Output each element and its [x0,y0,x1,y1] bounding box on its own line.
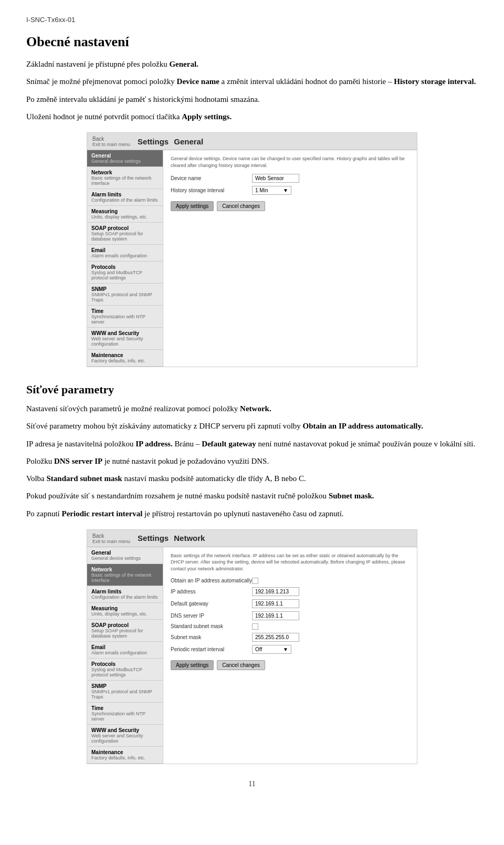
field-row: Periodic restart intervalOff▼ [171,645,410,654]
apply-settings-button[interactable]: Apply settings [171,201,214,211]
field-input[interactable]: 192.169.1.1 [252,611,299,620]
sidebar-item-snmp[interactable]: SNMPSNMPv1 protocol and SNMP Traps [87,284,163,306]
screenshot1-header: Back Exit to main menu Settings General [87,133,417,150]
field-input[interactable]: 255.255.255.0 [252,633,299,642]
screenshot1-sidebar: GeneralGeneral device settingsNetworkBas… [87,150,163,367]
back-sublabel-2: Exit to main menu [92,539,130,544]
section1-para2: Snímač je možné přejmenovat pomocí polož… [26,76,478,88]
sidebar-item-email[interactable]: EmailAlarm emails configuration [87,245,163,262]
section2-para6: Pokud používáte síť s nestandardním rozs… [26,490,478,502]
sidebar-item-protocols[interactable]: ProtocolsSyslog and ModbusTCP protocol s… [87,262,163,284]
field-row: DNS server IP192.169.1.1 [171,611,410,620]
sidebar-item-alarm-limits[interactable]: Alarm limitsConfiguration of the alarm l… [87,189,163,206]
sidebar-item-general[interactable]: GeneralGeneral device settings [87,150,163,167]
field-select[interactable]: 1 Min▼ [252,186,291,195]
page-number: 11 [26,780,478,788]
sidebar-item-sub: Web server and Security configuration [91,336,159,347]
screenshot2-body: GeneralGeneral device settingsNetworkBas… [87,547,417,764]
back-label-1: Back [92,136,104,142]
sidebar-item-title: General [91,153,159,159]
sidebar-item-title: SOAP protocol [91,622,159,628]
sidebar-item-maintenance[interactable]: MaintenanceFactory defaults, info, etc. [87,350,163,367]
field-label: Device name [171,175,252,181]
sidebar-item-sub: SNMPv1 protocol and SNMP Traps [91,292,159,302]
section2-para1: Nastavení síťových parametrů je možné re… [26,403,478,415]
field-row: Default gateway192.169.1.1 [171,599,410,608]
sidebar-item-sub: Units, display settings, etc. [91,611,159,617]
field-select[interactable]: Off▼ [252,645,291,654]
sidebar-item-title: WWW and Security [91,727,159,733]
field-label: Default gateway [171,601,252,607]
section2-para2: Síťové parametry mohou být získávány aut… [26,420,478,432]
sidebar-item-www-and-security[interactable]: WWW and SecurityWeb server and Security … [87,328,163,350]
sidebar-item-sub: Factory defaults, info, etc. [91,358,159,363]
sidebar-item-sub: SNMPv1 protocol and SNMP Traps [91,689,159,700]
sidebar-item-snmp[interactable]: SNMPSNMPv1 protocol and SNMP Traps [87,681,163,703]
field-row: History storage interval1 Min▼ [171,186,410,195]
sidebar-item-title: Time [91,705,159,711]
sidebar-item-sub: Web server and Security configuration [91,733,159,744]
field-checkbox[interactable] [252,578,258,584]
document-id: I-SNC-Tx6xx-01 [26,16,478,24]
sidebar-item-soap-protocol[interactable]: SOAP protocolSetup SOAP protocol for dat… [87,223,163,245]
sidebar-item-title: Network [91,567,159,572]
sidebar-item-general[interactable]: GeneralGeneral device settings [87,547,163,564]
sidebar-item-time[interactable]: TimeSynchronization with NTP server [87,306,163,328]
sidebar-item-maintenance[interactable]: MaintenanceFactory defaults, info, etc. [87,747,163,764]
field-input[interactable]: Web Sensor [252,174,299,183]
sidebar-item-measuring[interactable]: MeasuringUnits, display settings, etc. [87,206,163,223]
sidebar-item-title: SNMP [91,286,159,292]
sidebar-item-title: Maintenance [91,749,159,755]
back-button-1[interactable]: Back Exit to main menu [92,135,130,147]
sidebar-item-title: SNMP [91,683,159,689]
screenshot1-buttons: Apply settingsCancel changes [171,201,410,211]
sidebar-item-sub: Basic settings of the network interface [91,572,159,583]
field-label: Subnet mask [171,634,252,640]
cancel-changes-button[interactable]: Cancel changes [217,201,265,211]
section2-heading: Síťové parametry [26,383,478,397]
sidebar-item-title: SOAP protocol [91,225,159,231]
screenshot1-body: GeneralGeneral device settingsNetworkBas… [87,150,417,367]
sidebar-item-sub: Syslog and ModbusTCP protocol settings [91,270,159,280]
sidebar-item-network[interactable]: NetworkBasic settings of the network int… [87,167,163,189]
field-checkbox[interactable] [252,623,258,630]
cancel-changes-button[interactable]: Cancel changes [217,660,265,670]
sidebar-item-sub: Alarm emails configuration [91,253,159,258]
sidebar-item-protocols[interactable]: ProtocolsSyslog and ModbusTCP protocol s… [87,659,163,681]
screenshot2-desc: Basic settings of the network interface.… [171,552,410,572]
sidebar-item-network[interactable]: NetworkBasic settings of the network int… [87,564,163,586]
sidebar-item-title: WWW and Security [91,330,159,336]
sidebar-item-sub: Units, display settings, etc. [91,214,159,220]
sidebar-item-sub: Configuration of the alarm limits [91,197,159,203]
field-input[interactable]: 192.169.1.213 [252,587,299,596]
field-row: Standard subnet mask [171,623,410,630]
sidebar-item-title: Email [91,247,159,253]
sidebar-item-email[interactable]: EmailAlarm emails configuration [87,642,163,659]
screenshot2-header: Back Exit to main menu Settings Network [87,530,417,547]
field-row: Device nameWeb Sensor [171,174,410,183]
sidebar-item-time[interactable]: TimeSynchronization with NTP server [87,703,163,725]
sidebar-item-measuring[interactable]: MeasuringUnits, display settings, etc. [87,603,163,620]
screenshot1-section: General [174,137,203,146]
section2-para7: Po zapnutí Periodic restart interval je … [26,508,478,520]
sidebar-item-www-and-security[interactable]: WWW and SecurityWeb server and Security … [87,725,163,747]
sidebar-item-sub: General device settings [91,159,159,164]
screenshot1-title: Settings [138,137,169,146]
apply-settings-button[interactable]: Apply settings [171,660,214,670]
field-row: Subnet mask255.255.255.0 [171,633,410,642]
sidebar-item-title: Alarm limits [91,192,159,197]
section1-para4: Uložení hodnot je nutné potvrdit pomocí … [26,111,478,123]
field-input[interactable]: 192.169.1.1 [252,599,299,608]
section1-heading: Obecné nastavení [26,34,478,50]
sidebar-item-title: Email [91,644,159,650]
sidebar-item-sub: Synchronization with NTP server [91,711,159,722]
screenshot2-section: Network [174,534,205,543]
back-button-2[interactable]: Back Exit to main menu [92,533,130,544]
field-row: IP address192.169.1.213 [171,587,410,596]
field-row: Obtain an IP address automatically [171,578,410,584]
section2-para3: IP adresa je nastavitelná položkou IP ad… [26,438,478,450]
sidebar-item-soap-protocol[interactable]: SOAP protocolSetup SOAP protocol for dat… [87,620,163,642]
sidebar-item-alarm-limits[interactable]: Alarm limitsConfiguration of the alarm l… [87,586,163,603]
field-label: DNS server IP [171,613,252,619]
sidebar-item-title: Protocols [91,661,159,667]
